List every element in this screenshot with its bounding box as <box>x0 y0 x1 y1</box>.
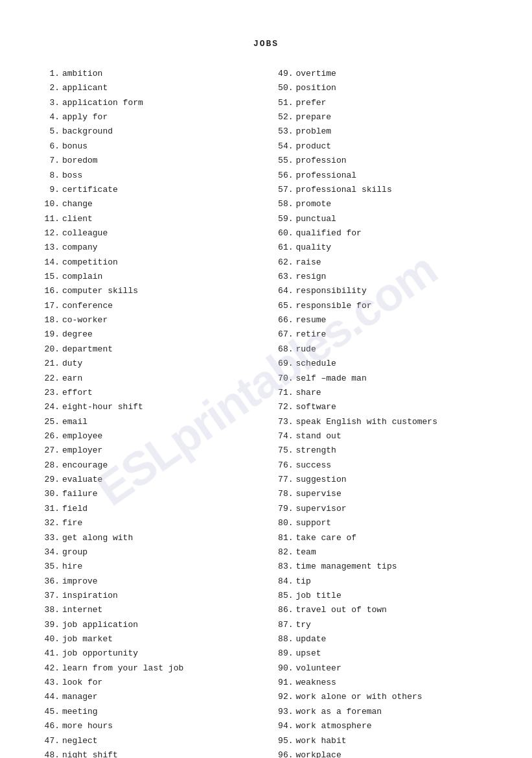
list-item: 27.employer <box>39 444 260 458</box>
list-item: 51.prefer <box>273 96 494 110</box>
item-text: raise <box>296 255 494 270</box>
list-item: 14.competition <box>39 255 260 270</box>
item-number: 83. <box>273 560 294 574</box>
item-text: qualified for <box>296 226 494 241</box>
list-item: 59.punctual <box>273 212 494 226</box>
item-number: 15. <box>39 270 60 284</box>
item-number: 6. <box>39 139 60 154</box>
list-item: 63.resign <box>273 270 494 284</box>
item-text: more hours <box>62 719 260 733</box>
item-number: 17. <box>39 299 60 313</box>
list-item: 53.problem <box>273 124 494 139</box>
list-item: 88.update <box>273 632 494 646</box>
list-item: 11.client <box>39 212 260 226</box>
list-item: 1.ambition <box>39 67 260 81</box>
vocabulary-list: 1.ambition2.applicant3.application form4… <box>39 67 493 758</box>
item-number: 3. <box>39 96 60 110</box>
item-text: effort <box>62 386 260 400</box>
item-text: promote <box>296 197 494 211</box>
item-number: 13. <box>39 241 60 255</box>
list-item: 15.complain <box>39 270 260 284</box>
item-text: employee <box>62 429 260 444</box>
item-text: competition <box>62 255 260 270</box>
item-text: field <box>62 502 260 516</box>
item-text: success <box>296 458 494 473</box>
item-number: 89. <box>273 646 294 661</box>
item-text: suggestion <box>296 473 494 487</box>
list-item: 33.get along with <box>39 531 260 545</box>
item-number: 82. <box>273 545 294 560</box>
list-item: 26.employee <box>39 429 260 444</box>
list-item: 84.tip <box>273 574 494 589</box>
item-text: earn <box>62 372 260 386</box>
item-text: share <box>296 386 494 400</box>
list-item: 35.hire <box>39 560 260 574</box>
item-number: 42. <box>39 661 60 676</box>
list-item: 25.email <box>39 415 260 429</box>
list-item: 32.fire <box>39 516 260 530</box>
list-item: 69.schedule <box>273 357 494 371</box>
item-text: resign <box>296 270 494 284</box>
item-text: responsible for <box>296 299 494 313</box>
item-text: learn from your last job <box>62 661 260 676</box>
item-text: workplace <box>296 748 494 758</box>
item-number: 68. <box>273 342 294 357</box>
list-item: 94.work atmosphere <box>273 719 494 733</box>
item-number: 40. <box>39 632 60 646</box>
list-item: 52.prepare <box>273 110 494 124</box>
item-text: support <box>296 516 494 530</box>
list-item: 76.success <box>273 458 494 473</box>
list-item: 73.speak English with customers <box>273 415 494 429</box>
list-item: 36.improve <box>39 574 260 589</box>
list-item: 64.responsibility <box>273 284 494 298</box>
item-number: 87. <box>273 618 294 632</box>
list-item: 85.job title <box>273 589 494 603</box>
item-text: job title <box>296 589 494 603</box>
list-item: 57.professional skills <box>273 183 494 197</box>
item-text: prefer <box>296 96 494 110</box>
item-text: software <box>296 400 494 414</box>
list-item: 16.computer skills <box>39 284 260 298</box>
item-number: 54. <box>273 139 294 154</box>
list-item: 60.qualified for <box>273 226 494 241</box>
list-item: 46.more hours <box>39 719 260 733</box>
item-text: employer <box>62 444 260 458</box>
item-text: group <box>62 545 260 560</box>
list-item: 77.suggestion <box>273 473 494 487</box>
item-number: 64. <box>273 284 294 298</box>
list-item: 83.time management tips <box>273 560 494 574</box>
item-number: 50. <box>273 81 294 95</box>
list-item: 79.supervisor <box>273 502 494 516</box>
item-number: 94. <box>273 719 294 733</box>
list-item: 67.retire <box>273 327 494 342</box>
item-text: time management tips <box>296 560 494 574</box>
item-text: strength <box>296 444 494 458</box>
item-text: encourage <box>62 458 260 473</box>
list-item: 47.neglect <box>39 734 260 748</box>
item-text: work alone or with others <box>296 690 494 704</box>
left-column: 1.ambition2.applicant3.application form4… <box>39 67 273 758</box>
item-number: 22. <box>39 372 60 386</box>
item-text: overtime <box>296 67 494 81</box>
item-text: email <box>62 415 260 429</box>
list-item: 12.colleague <box>39 226 260 241</box>
item-text: supervise <box>296 487 494 501</box>
list-item: 62.raise <box>273 255 494 270</box>
item-text: internet <box>62 603 260 617</box>
list-item: 45.meeting <box>39 705 260 719</box>
item-number: 43. <box>39 676 60 690</box>
item-number: 86. <box>273 603 294 617</box>
item-number: 12. <box>39 226 60 241</box>
item-number: 4. <box>39 110 60 124</box>
item-number: 67. <box>273 327 294 342</box>
item-text: department <box>62 342 260 357</box>
item-number: 24. <box>39 400 60 414</box>
item-text: evaluate <box>62 473 260 487</box>
item-number: 72. <box>273 400 294 414</box>
item-number: 59. <box>273 212 294 226</box>
item-number: 95. <box>273 734 294 748</box>
item-text: try <box>296 618 494 632</box>
item-number: 79. <box>273 502 294 516</box>
item-text: complain <box>62 270 260 284</box>
item-number: 33. <box>39 531 60 545</box>
